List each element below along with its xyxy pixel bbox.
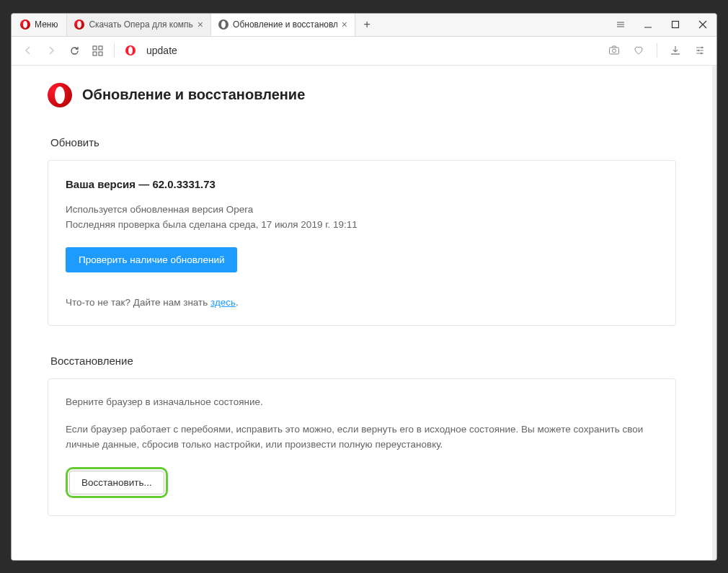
toolbar-divider	[657, 43, 657, 58]
snapshot-icon[interactable]	[608, 44, 621, 57]
svg-rect-7	[610, 48, 619, 54]
bookmark-heart-icon[interactable]	[632, 44, 645, 57]
menu-label: Меню	[35, 19, 58, 30]
check-updates-button[interactable]: Проверить наличие обновлений	[66, 247, 237, 272]
version-number: 62.0.3331.73	[152, 178, 216, 190]
back-button[interactable]	[22, 44, 35, 57]
tab-download-opera[interactable]: Скачать Опера для компь ×	[67, 14, 211, 36]
svg-rect-0	[672, 22, 679, 28]
tab-title: Обновление и восстановл	[233, 19, 337, 30]
address-toolbar	[12, 37, 716, 66]
svg-point-8	[613, 49, 616, 53]
version-line: Ваша версия — 62.0.3331.73	[66, 178, 658, 190]
forward-button[interactable]	[45, 44, 58, 57]
downloads-icon[interactable]	[669, 44, 682, 57]
address-opera-icon	[125, 45, 136, 56]
section-label-recovery: Восстановление	[50, 355, 676, 367]
close-window-button[interactable]	[689, 13, 716, 36]
tab-update-recovery[interactable]: Обновление и восстановл ×	[211, 14, 355, 36]
feedback-prefix: Что-то не так? Дайте нам знать	[66, 297, 210, 308]
update-section: Обновить Ваша версия — 62.0.3331.73 Испо…	[48, 136, 676, 326]
tab-strip: Скачать Опера для компь × Обновление и в…	[67, 14, 607, 36]
easy-setup-sidebar-icon[interactable]	[693, 44, 706, 57]
reload-button[interactable]	[68, 44, 81, 57]
recovery-card: Верните браузер в изначальное состояние.…	[48, 378, 676, 516]
toolbar-right	[608, 43, 706, 58]
svg-rect-4	[99, 52, 102, 55]
page-header: Обновление и восстановление	[48, 83, 676, 107]
update-card: Ваша версия — 62.0.3331.73 Используется …	[48, 160, 676, 326]
last-check-line: Последняя проверка была сделана среда, 1…	[66, 217, 658, 233]
opera-logo-large-icon	[48, 83, 72, 107]
svg-rect-2	[99, 46, 102, 50]
maximize-button[interactable]	[662, 13, 689, 36]
toolbar-divider	[114, 43, 115, 58]
opera-mono-icon	[218, 19, 228, 30]
update-status-line: Используется обновленная версия Opera	[66, 202, 658, 218]
feedback-link[interactable]: здесь	[210, 297, 236, 308]
restore-button-highlight: Восстановить...	[66, 467, 168, 498]
browser-window: Меню Скачать Опера для компь × Обновлени…	[11, 13, 717, 561]
close-tab-icon[interactable]: ×	[197, 19, 203, 30]
version-prefix: Ваша версия —	[66, 178, 152, 190]
recovery-intro: Верните браузер в изначальное состояние.	[66, 396, 658, 407]
page-title: Обновление и восстановление	[82, 86, 305, 103]
easy-setup-icon[interactable]	[607, 13, 634, 36]
feedback-line: Что-то не так? Дайте нам знать здесь.	[66, 297, 658, 308]
minimize-button[interactable]	[634, 13, 662, 36]
recovery-body: Если браузер работает с перебоями, испра…	[66, 422, 658, 453]
close-tab-icon[interactable]: ×	[342, 19, 347, 30]
svg-point-6	[128, 47, 133, 55]
new-tab-button[interactable]: +	[355, 14, 378, 36]
opera-logo-icon	[20, 19, 30, 30]
titlebar: Меню Скачать Опера для компь × Обновлени…	[12, 14, 716, 37]
recovery-section: Восстановление Верните браузер в изначал…	[48, 355, 676, 516]
svg-point-9	[701, 47, 703, 49]
tab-title: Скачать Опера для компь	[89, 19, 192, 30]
section-label-update: Обновить	[50, 136, 676, 148]
window-controls	[607, 14, 716, 36]
svg-point-11	[701, 53, 703, 55]
restore-button[interactable]: Восстановить...	[69, 471, 164, 494]
address-input[interactable]	[146, 45, 598, 56]
svg-rect-1	[93, 46, 97, 50]
svg-point-10	[698, 50, 700, 52]
page-body: Обновление и восстановление Обновить Ваш…	[12, 66, 716, 560]
svg-rect-3	[93, 52, 97, 55]
speed-dial-button[interactable]	[91, 44, 104, 57]
opera-menu-button[interactable]: Меню	[12, 14, 67, 36]
feedback-suffix: .	[236, 297, 239, 308]
opera-favicon-icon	[74, 19, 84, 30]
